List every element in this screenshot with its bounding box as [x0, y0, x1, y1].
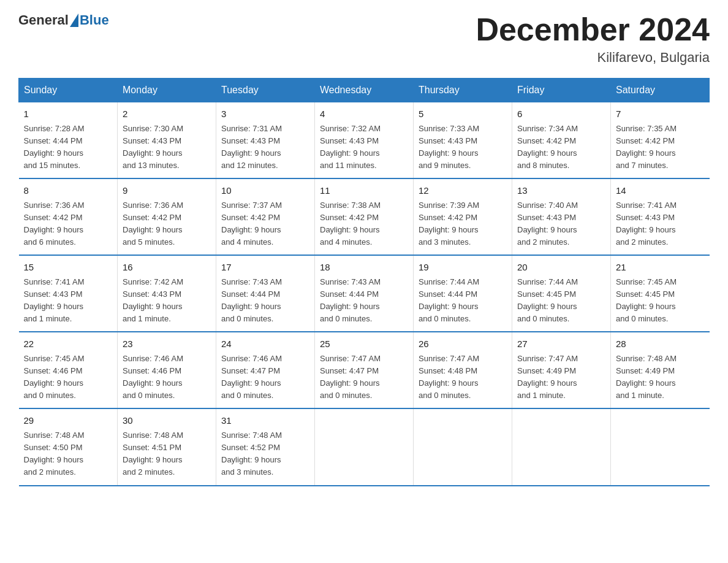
- day-number: 7: [616, 107, 705, 121]
- day-number: 13: [517, 184, 605, 198]
- day-info: Sunrise: 7:30 AMSunset: 4:43 PMDaylight:…: [123, 123, 211, 172]
- calendar-cell: 27Sunrise: 7:47 AMSunset: 4:49 PMDayligh…: [512, 332, 611, 408]
- calendar-cell: 26Sunrise: 7:47 AMSunset: 4:48 PMDayligh…: [414, 332, 512, 408]
- calendar-cell: 4Sunrise: 7:32 AMSunset: 4:43 PMDaylight…: [315, 102, 414, 179]
- calendar-cell: 3Sunrise: 7:31 AMSunset: 4:43 PMDaylight…: [216, 102, 315, 179]
- day-info: Sunrise: 7:31 AMSunset: 4:43 PMDaylight:…: [221, 123, 309, 172]
- logo-general-text: General: [18, 12, 69, 28]
- calendar-cell: 16Sunrise: 7:42 AMSunset: 4:43 PMDayligh…: [118, 255, 216, 332]
- day-number: 15: [24, 261, 113, 275]
- day-number: 11: [320, 184, 408, 198]
- calendar-cell: 12Sunrise: 7:39 AMSunset: 4:42 PMDayligh…: [414, 178, 512, 255]
- day-number: 18: [320, 261, 408, 275]
- calendar-cell: [512, 408, 611, 485]
- day-number: 16: [123, 261, 211, 275]
- calendar-cell: 10Sunrise: 7:37 AMSunset: 4:42 PMDayligh…: [216, 178, 315, 255]
- day-number: 29: [24, 414, 113, 428]
- location-text: Kilifarevo, Bulgaria: [476, 50, 710, 66]
- day-info: Sunrise: 7:39 AMSunset: 4:42 PMDaylight:…: [419, 199, 507, 249]
- page-header: General Blue December 2024 Kilifarevo, B…: [18, 12, 710, 66]
- weekday-header-monday: Monday: [118, 79, 216, 102]
- calendar-cell: 28Sunrise: 7:48 AMSunset: 4:49 PMDayligh…: [611, 332, 710, 408]
- weekday-header-sunday: Sunday: [19, 79, 118, 102]
- day-info: Sunrise: 7:28 AMSunset: 4:44 PMDaylight:…: [24, 123, 113, 172]
- calendar-week-row: 8Sunrise: 7:36 AMSunset: 4:42 PMDaylight…: [19, 178, 710, 255]
- calendar-cell: 9Sunrise: 7:36 AMSunset: 4:42 PMDaylight…: [118, 178, 216, 255]
- logo: General Blue: [18, 12, 109, 28]
- day-number: 26: [419, 337, 507, 351]
- day-number: 23: [123, 337, 211, 351]
- calendar-cell: 11Sunrise: 7:38 AMSunset: 4:42 PMDayligh…: [315, 178, 414, 255]
- weekday-header-wednesday: Wednesday: [315, 79, 414, 102]
- day-info: Sunrise: 7:47 AMSunset: 4:48 PMDaylight:…: [419, 353, 507, 402]
- day-info: Sunrise: 7:45 AMSunset: 4:46 PMDaylight:…: [24, 353, 113, 402]
- day-info: Sunrise: 7:48 AMSunset: 4:51 PMDaylight:…: [123, 429, 211, 479]
- day-info: Sunrise: 7:44 AMSunset: 4:45 PMDaylight:…: [517, 276, 605, 326]
- calendar-cell: 13Sunrise: 7:40 AMSunset: 4:43 PMDayligh…: [512, 178, 611, 255]
- title-block: December 2024 Kilifarevo, Bulgaria: [476, 12, 710, 66]
- calendar-cell: 29Sunrise: 7:48 AMSunset: 4:50 PMDayligh…: [19, 408, 118, 485]
- day-info: Sunrise: 7:48 AMSunset: 4:52 PMDaylight:…: [221, 429, 309, 479]
- logo-triangle-icon: [70, 13, 78, 27]
- day-number: 17: [221, 261, 309, 275]
- day-info: Sunrise: 7:46 AMSunset: 4:47 PMDaylight:…: [221, 353, 309, 402]
- calendar-cell: 8Sunrise: 7:36 AMSunset: 4:42 PMDaylight…: [19, 178, 118, 255]
- calendar-cell: 31Sunrise: 7:48 AMSunset: 4:52 PMDayligh…: [216, 408, 315, 485]
- calendar-cell: 5Sunrise: 7:33 AMSunset: 4:43 PMDaylight…: [414, 102, 512, 179]
- day-info: Sunrise: 7:43 AMSunset: 4:44 PMDaylight:…: [221, 276, 309, 326]
- day-number: 30: [123, 414, 211, 428]
- day-info: Sunrise: 7:44 AMSunset: 4:44 PMDaylight:…: [419, 276, 507, 326]
- day-number: 21: [616, 261, 705, 275]
- day-number: 20: [517, 261, 605, 275]
- calendar-cell: 1Sunrise: 7:28 AMSunset: 4:44 PMDaylight…: [19, 102, 118, 179]
- day-info: Sunrise: 7:37 AMSunset: 4:42 PMDaylight:…: [221, 199, 309, 249]
- day-info: Sunrise: 7:36 AMSunset: 4:42 PMDaylight:…: [123, 199, 211, 249]
- day-info: Sunrise: 7:48 AMSunset: 4:50 PMDaylight:…: [24, 429, 113, 479]
- month-title: December 2024: [476, 12, 710, 47]
- logo-blue-text: Blue: [80, 12, 109, 28]
- calendar-cell: 20Sunrise: 7:44 AMSunset: 4:45 PMDayligh…: [512, 255, 611, 332]
- day-number: 28: [616, 337, 705, 351]
- calendar-week-row: 1Sunrise: 7:28 AMSunset: 4:44 PMDaylight…: [19, 102, 710, 179]
- day-number: 6: [517, 107, 605, 121]
- calendar-cell: 30Sunrise: 7:48 AMSunset: 4:51 PMDayligh…: [118, 408, 216, 485]
- calendar-cell: 2Sunrise: 7:30 AMSunset: 4:43 PMDaylight…: [118, 102, 216, 179]
- day-info: Sunrise: 7:46 AMSunset: 4:46 PMDaylight:…: [123, 353, 211, 402]
- day-number: 12: [419, 184, 507, 198]
- calendar-cell: 23Sunrise: 7:46 AMSunset: 4:46 PMDayligh…: [118, 332, 216, 408]
- day-info: Sunrise: 7:36 AMSunset: 4:42 PMDaylight:…: [24, 199, 113, 249]
- day-info: Sunrise: 7:47 AMSunset: 4:47 PMDaylight:…: [320, 353, 408, 402]
- day-info: Sunrise: 7:33 AMSunset: 4:43 PMDaylight:…: [419, 123, 507, 172]
- day-number: 19: [419, 261, 507, 275]
- day-info: Sunrise: 7:35 AMSunset: 4:42 PMDaylight:…: [616, 123, 705, 172]
- calendar-cell: 22Sunrise: 7:45 AMSunset: 4:46 PMDayligh…: [19, 332, 118, 408]
- day-number: 25: [320, 337, 408, 351]
- weekday-header-thursday: Thursday: [414, 79, 512, 102]
- calendar-cell: [611, 408, 710, 485]
- calendar-cell: 6Sunrise: 7:34 AMSunset: 4:42 PMDaylight…: [512, 102, 611, 179]
- day-number: 22: [24, 337, 113, 351]
- day-info: Sunrise: 7:40 AMSunset: 4:43 PMDaylight:…: [517, 199, 605, 249]
- day-number: 27: [517, 337, 605, 351]
- day-number: 3: [221, 107, 309, 121]
- weekday-header-friday: Friday: [512, 79, 611, 102]
- calendar-table: SundayMondayTuesdayWednesdayThursdayFrid…: [18, 78, 710, 486]
- day-number: 2: [123, 107, 211, 121]
- calendar-week-row: 15Sunrise: 7:41 AMSunset: 4:43 PMDayligh…: [19, 255, 710, 332]
- day-info: Sunrise: 7:42 AMSunset: 4:43 PMDaylight:…: [123, 276, 211, 326]
- calendar-cell: 14Sunrise: 7:41 AMSunset: 4:43 PMDayligh…: [611, 178, 710, 255]
- day-number: 9: [123, 184, 211, 198]
- day-info: Sunrise: 7:32 AMSunset: 4:43 PMDaylight:…: [320, 123, 408, 172]
- day-number: 1: [24, 107, 113, 121]
- calendar-week-row: 29Sunrise: 7:48 AMSunset: 4:50 PMDayligh…: [19, 408, 710, 485]
- day-info: Sunrise: 7:41 AMSunset: 4:43 PMDaylight:…: [616, 199, 705, 249]
- day-info: Sunrise: 7:41 AMSunset: 4:43 PMDaylight:…: [24, 276, 113, 326]
- calendar-cell: [414, 408, 512, 485]
- calendar-week-row: 22Sunrise: 7:45 AMSunset: 4:46 PMDayligh…: [19, 332, 710, 408]
- calendar-cell: 15Sunrise: 7:41 AMSunset: 4:43 PMDayligh…: [19, 255, 118, 332]
- day-number: 5: [419, 107, 507, 121]
- calendar-cell: 18Sunrise: 7:43 AMSunset: 4:44 PMDayligh…: [315, 255, 414, 332]
- day-number: 31: [221, 414, 309, 428]
- day-number: 24: [221, 337, 309, 351]
- weekday-header-saturday: Saturday: [611, 79, 710, 102]
